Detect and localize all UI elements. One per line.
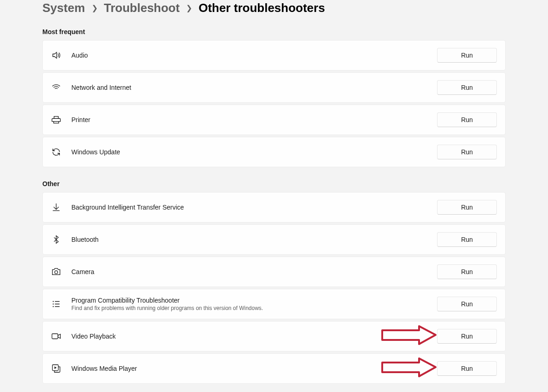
run-button[interactable]: Run (437, 232, 497, 247)
chevron-right-icon: ❯ (92, 4, 98, 12)
printer-icon (51, 115, 61, 125)
troubleshooter-label: Windows Update (71, 148, 437, 156)
run-button[interactable]: Run (437, 200, 497, 215)
section-most-frequent: Most frequent Audio Run Network and Inte… (42, 28, 506, 167)
troubleshooter-label: Camera (71, 268, 437, 275)
speaker-icon (51, 50, 61, 60)
section-header: Most frequent (42, 28, 506, 35)
troubleshooter-row-bluetooth: Bluetooth Run (42, 224, 506, 255)
troubleshooter-label: Audio (71, 52, 437, 59)
section-other: Other Background Intelligent Transfer Se… (42, 180, 506, 384)
arrow-annotation-icon (379, 324, 437, 349)
sync-icon (51, 147, 61, 157)
troubleshooter-row-program-compatibility: Program Compatibility Troubleshooter Fin… (42, 289, 506, 319)
wifi-icon (51, 82, 61, 93)
run-button[interactable]: Run (437, 48, 497, 63)
troubleshooter-row-printer: Printer Run (42, 105, 506, 135)
run-button[interactable]: Run (437, 329, 497, 344)
run-button[interactable]: Run (437, 361, 497, 376)
video-icon (51, 331, 61, 341)
troubleshooter-label: Bluetooth (71, 236, 437, 243)
breadcrumb: System ❯ Troubleshoot ❯ Other troublesho… (42, 0, 506, 15)
troubleshooter-row-windows-media-player: Windows Media Player Run (42, 353, 506, 384)
svg-point-1 (53, 301, 54, 302)
svg-rect-4 (52, 334, 58, 339)
download-icon (51, 202, 61, 212)
troubleshooter-row-camera: Camera Run (42, 257, 506, 287)
camera-icon (51, 267, 61, 277)
troubleshooter-label: Printer (71, 116, 437, 123)
section-header: Other (42, 180, 506, 187)
breadcrumb-item-system[interactable]: System (42, 1, 85, 15)
troubleshooter-label: Background Intelligent Transfer Service (71, 204, 437, 211)
media-player-icon (51, 363, 61, 374)
list-icon (51, 299, 61, 309)
svg-point-0 (55, 271, 58, 274)
run-button[interactable]: Run (437, 297, 497, 311)
troubleshooter-label: Network and Internet (71, 84, 437, 91)
run-button[interactable]: Run (437, 112, 497, 127)
breadcrumb-item-current: Other troubleshooters (198, 1, 325, 15)
troubleshooter-row-audio: Audio Run (42, 40, 506, 70)
svg-point-3 (53, 306, 54, 307)
bluetooth-icon (51, 234, 61, 245)
troubleshooter-row-windows-update: Windows Update Run (42, 137, 506, 167)
breadcrumb-item-troubleshoot[interactable]: Troubleshoot (104, 1, 180, 15)
run-button[interactable]: Run (437, 80, 497, 95)
svg-point-2 (53, 304, 54, 304)
troubleshooter-row-network: Network and Internet Run (42, 72, 506, 103)
troubleshooter-row-bits: Background Intelligent Transfer Service … (42, 192, 506, 222)
arrow-annotation-icon (379, 356, 437, 381)
chevron-right-icon: ❯ (186, 4, 192, 12)
run-button[interactable]: Run (437, 145, 497, 159)
run-button[interactable]: Run (437, 264, 497, 279)
troubleshooter-label: Program Compatibility Troubleshooter (71, 297, 437, 304)
troubleshooter-row-video-playback: Video Playback Run (42, 321, 506, 351)
troubleshooter-subtitle: Find and fix problems with running older… (71, 305, 437, 311)
